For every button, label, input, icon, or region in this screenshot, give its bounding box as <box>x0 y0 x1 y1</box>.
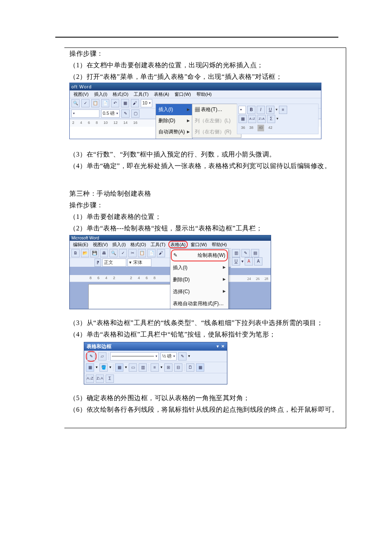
menu-select-sub[interactable]: 选择(C)▶ <box>170 286 228 298</box>
menu-window[interactable]: 窗口(W) <box>172 90 193 98</box>
sort-asc-button[interactable]: A↓Z <box>248 115 256 123</box>
document-page: 操作步骤： （1）在文档中单击要创建表格的位置，出现闪烁的光标插入点； （2）打… <box>0 0 392 555</box>
pen-color-icon[interactable]: ✎ <box>178 352 187 361</box>
menu-delete-sub[interactable]: 删除(D)▶ <box>170 274 228 286</box>
menu-format-2[interactable]: 格式(O) <box>129 241 148 248</box>
sort-desc-button-2[interactable]: Z↓A <box>96 375 104 383</box>
table-menu-delete[interactable]: 删除(D)▶ <box>156 115 192 126</box>
step-3-3: （3）从“表格和边框”工具栏的“线条类型”、“线条粗细”下拉列表中选择所需的项目… <box>69 317 341 329</box>
style-pane-icon[interactable]: ⁋ <box>94 259 101 267</box>
toolbar-row-1: ✎ ▱ ▾ ½ 磅▾ ✎▾ <box>84 351 227 362</box>
line-style-dropdown[interactable]: ▾ <box>110 352 159 361</box>
lineweight-dropdown[interactable]: 0.5 磅▾ <box>101 109 120 118</box>
menu-tools[interactable]: 工具(T) <box>132 90 151 98</box>
bold-button[interactable]: B <box>247 106 255 114</box>
italic-button[interactable]: I <box>257 106 265 114</box>
menu-format[interactable]: 格式(O) <box>111 90 130 98</box>
style-name-dd[interactable]: 正文 <box>102 259 126 267</box>
menu-insert-2[interactable]: 插入(I) <box>111 241 127 248</box>
new-icon[interactable]: 🗎 <box>71 249 80 257</box>
table-menu-open: 插入(I)▶ 删除(D)▶ 自动调整(A)▶ ▾ <box>156 104 193 139</box>
columns-icon[interactable]: ▥ <box>232 249 240 257</box>
line-weight-dropdown[interactable]: ½ 磅▾ <box>161 352 177 361</box>
menu-insert[interactable]: 插入(I) <box>92 90 109 98</box>
submenu-col-right[interactable]: 列（在右侧）(R) <box>192 126 241 138</box>
sort-desc-button[interactable]: Z↓A <box>257 115 266 123</box>
window-titlebar: oft Word <box>70 83 321 90</box>
menu-view-2[interactable]: 视图(V) <box>91 241 110 248</box>
autoformat-icon[interactable]: 🗒 <box>186 363 194 372</box>
undo-icon[interactable]: ↶ <box>111 99 119 107</box>
eraser-icon[interactable]: ▱ <box>98 352 106 361</box>
step-3-6: （6）依次绘制各行各列线段，将鼠标指针从线段的起点拖到线段的终点，松开鼠标即可。 <box>69 404 341 415</box>
menu-table[interactable]: 表格(A) <box>152 90 171 98</box>
menu-autoformat[interactable]: 表格自动套用格式(F)… <box>170 298 228 309</box>
toolbar-close-icon[interactable]: ✕ <box>221 342 224 351</box>
cut-icon[interactable]: ✂ <box>128 249 137 257</box>
paint-icon[interactable]: 🖌 <box>131 99 139 107</box>
copy2-icon[interactable]: 📋 <box>138 249 146 257</box>
spell-icon[interactable]: ✓ <box>119 249 127 257</box>
paste2-icon[interactable]: 📄 <box>147 249 156 257</box>
menu-window-2[interactable]: 窗口(W) <box>189 241 209 248</box>
submenu-table[interactable]: ▦ 表格(T)… <box>192 104 241 115</box>
underline-button[interactable]: U <box>266 106 274 114</box>
underline2-button[interactable]: U <box>232 257 240 266</box>
border-icon[interactable]: ▢ <box>131 109 139 118</box>
pencil-icon-2[interactable]: ✎ <box>87 352 95 361</box>
merge-cells-icon[interactable]: ▭ <box>129 363 137 372</box>
pencil-button-highlighted[interactable]: ✎ <box>86 351 97 362</box>
border-button[interactable]: ▦ <box>86 363 94 372</box>
window-titlebar-2: Microsoft Word <box>70 235 271 241</box>
font-name-dd[interactable]: ▾ 宋体 <box>128 259 151 267</box>
menu-table-2-highlighted[interactable]: 表格(A) <box>168 241 188 248</box>
table-menu-expand[interactable]: ▾ <box>156 138 192 139</box>
menu-help[interactable]: 帮助(H) <box>194 90 214 98</box>
table-dropdown-menu: ✎ 绘制表格(W) 插入(I)▶ 删除(D)▶ 选择(C)▶ 表格自动套用格式(… <box>170 249 229 309</box>
menu-insert-sub[interactable]: 插入(I)▶ <box>170 262 228 274</box>
autosum-button[interactable]: Σ <box>267 115 275 123</box>
zoom-dropdown[interactable]: 10▾ <box>141 99 152 107</box>
font-color-dd[interactable]: ▾ <box>239 106 246 114</box>
font-a1[interactable]: A <box>245 257 253 266</box>
menu-draw-table-highlighted[interactable]: ✎ 绘制表格(W) <box>171 249 228 261</box>
menu-help-2[interactable]: 帮助(H) <box>210 241 229 248</box>
table-style-icon[interactable]: ▦ <box>196 363 204 372</box>
autosum-button-2[interactable]: Σ <box>106 375 114 383</box>
fill-color-icon[interactable]: 🪣 <box>99 363 108 372</box>
split-cells-icon[interactable]: ▥ <box>139 363 147 372</box>
format-painter-icon[interactable]: 🖌 <box>157 249 165 257</box>
toolbar-titlebar: 表格和边框 ▾ ✕ <box>84 342 227 351</box>
table-grid-icon[interactable]: ▦ <box>121 99 129 107</box>
dist-cols-icon[interactable]: ⊟ <box>174 363 182 372</box>
table-menu-insert[interactable]: 插入(I)▶ <box>156 104 192 115</box>
toolbar-options-icon[interactable]: ▾ <box>217 342 219 351</box>
dist-rows-icon[interactable]: ⊞ <box>164 363 172 372</box>
align-icon[interactable]: ≡ <box>279 106 287 114</box>
print-icon[interactable]: 🖶 <box>100 249 108 257</box>
table-icon[interactable]: ▦ <box>239 115 247 123</box>
table-menu-autofit[interactable]: 自动调整(A)▶ <box>156 126 192 138</box>
tables-borders-toolbar-screenshot: 表格和边框 ▾ ✕ ✎ ▱ ▾ ½ 磅▾ ✎▾ <box>84 342 227 384</box>
font-a2[interactable]: A <box>254 257 262 266</box>
spellcheck-icon[interactable]: ✓ <box>81 99 90 107</box>
toolbar-row-2: ▦▾ 🪣▾ ▦▾ ▭ ▥ ≡▾ ⊞ ⊟ 🗒 ▦ <box>84 362 227 373</box>
save-icon[interactable]: 💾 <box>90 249 99 257</box>
menu-tools-2[interactable]: 工具(T) <box>149 241 167 248</box>
align-button[interactable]: ≡ <box>151 363 159 372</box>
insert-table-icon[interactable]: ▦ <box>115 363 123 372</box>
copy-icon[interactable]: 📋 <box>91 99 99 107</box>
pencil-icon[interactable]: ✎ <box>121 109 130 118</box>
paste-icon[interactable]: 📄 <box>101 99 109 107</box>
preview-icon[interactable]: 🔍 <box>109 249 118 257</box>
submenu-col-left[interactable]: 列（在左侧）(L) <box>192 115 241 126</box>
docmap-icon[interactable]: ▤ <box>251 249 259 257</box>
drawing-icon[interactable]: ✎ <box>241 249 250 257</box>
open-icon[interactable]: 📂 <box>81 249 89 257</box>
find-icon[interactable]: 🔍 <box>71 99 80 107</box>
step-3-2: （2）单击“表格---绘制表格“按钮，显示出“表格和边框”工具栏； <box>69 223 341 234</box>
style-dropdown[interactable]: ▾ <box>71 109 99 118</box>
sort-asc-button-2[interactable]: A↓Z <box>86 375 94 383</box>
menu-view[interactable]: 视图(V) <box>71 90 91 98</box>
menu-edit-2[interactable]: 编辑(E) <box>71 241 90 248</box>
